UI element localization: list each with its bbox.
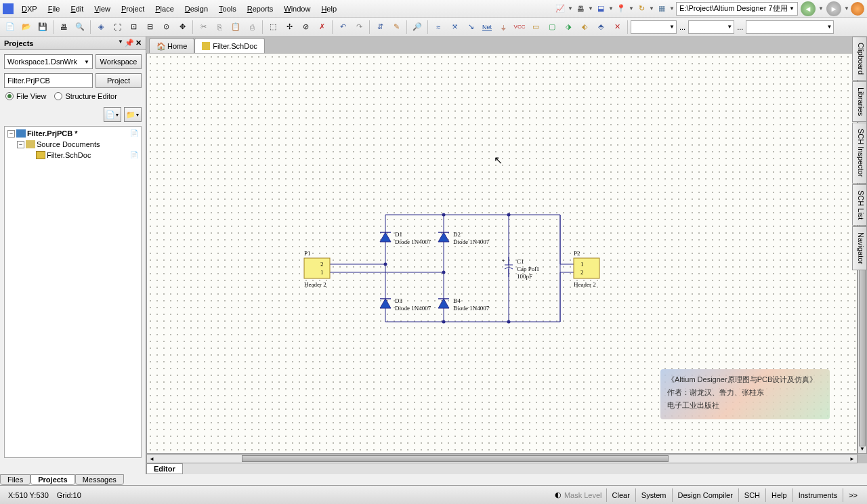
- radio-file-view[interactable]: File View: [5, 92, 46, 100]
- jump2-combo[interactable]: ▼: [688, 20, 734, 34]
- tree-tool1-button[interactable]: 📄▼: [104, 107, 121, 122]
- nav-back-button[interactable]: ◄: [801, 1, 816, 16]
- menu-edit[interactable]: Edit: [65, 2, 89, 16]
- vtab-clipboard[interactable]: Clipboard: [852, 37, 867, 81]
- wire-icon[interactable]: ≈: [431, 20, 446, 35]
- part-icon[interactable]: ▭: [528, 20, 543, 35]
- sheet-icon[interactable]: ▢: [545, 20, 559, 35]
- zoom-fit-icon[interactable]: ⛶: [110, 20, 125, 35]
- deselect-icon[interactable]: ⊘: [298, 20, 313, 35]
- chart-icon[interactable]: 📈: [554, 3, 566, 15]
- menu-file[interactable]: File: [43, 2, 66, 16]
- stamp-icon[interactable]: ⎙: [245, 20, 259, 35]
- home-button[interactable]: [851, 2, 864, 16]
- tab-filter-schdoc[interactable]: Filter.SchDoc: [194, 38, 264, 53]
- tree-project-node[interactable]: − Filter.PrjPCB * 📄: [6, 128, 140, 139]
- sb-system[interactable]: System: [635, 488, 672, 502]
- sb-instruments[interactable]: Instruments: [792, 488, 843, 502]
- print-icon[interactable]: 🖶: [574, 3, 587, 15]
- vcc-icon[interactable]: VCC: [512, 20, 527, 35]
- preview-icon[interactable]: 🔍: [72, 20, 87, 35]
- find-icon[interactable]: 🔎: [410, 20, 425, 35]
- paste-icon[interactable]: 📋: [228, 20, 243, 35]
- align-icon[interactable]: ⬓: [595, 3, 607, 15]
- tab-projects[interactable]: Projects: [30, 474, 75, 485]
- move-icon[interactable]: ✢: [282, 20, 297, 35]
- tab-files[interactable]: Files: [0, 474, 30, 485]
- zoom-area-icon[interactable]: ⊡: [126, 20, 141, 35]
- clear-icon[interactable]: ✗: [314, 20, 329, 35]
- clear-button[interactable]: Clear: [606, 488, 635, 502]
- vtab-sch-list[interactable]: SCH List: [852, 184, 867, 226]
- menu-tools[interactable]: Tools: [213, 2, 242, 16]
- sb-help[interactable]: Help: [765, 488, 792, 502]
- workspace-button[interactable]: Workspace: [96, 54, 142, 69]
- nav-forward-button[interactable]: ►: [826, 1, 841, 16]
- menu-view[interactable]: View: [89, 2, 116, 16]
- hscroll-thumb[interactable]: [242, 455, 669, 462]
- menu-design[interactable]: Design: [179, 2, 213, 16]
- tab-messages[interactable]: Messages: [75, 474, 124, 485]
- jump3-combo[interactable]: ▼: [746, 20, 834, 34]
- jump-combo[interactable]: ▼: [631, 20, 677, 34]
- redo-icon[interactable]: ↷: [352, 20, 366, 35]
- menu-window[interactable]: Window: [278, 2, 316, 16]
- collapse-icon[interactable]: −: [7, 130, 15, 138]
- vtab-sch-inspector[interactable]: SCH Inspector: [852, 123, 867, 184]
- menu-help[interactable]: Help: [316, 2, 342, 16]
- tab-editor[interactable]: Editor: [146, 463, 183, 474]
- menu-project[interactable]: Project: [116, 2, 150, 16]
- print2-icon[interactable]: 🖶: [56, 20, 71, 35]
- menu-place[interactable]: Place: [150, 2, 179, 16]
- bus-icon[interactable]: ⤧: [447, 20, 462, 35]
- zoom-point-icon[interactable]: ⊙: [158, 20, 173, 35]
- pan-icon[interactable]: ✥: [175, 20, 190, 35]
- netlabel-icon[interactable]: Net: [480, 20, 494, 35]
- tree-doc-node[interactable]: Filter.SchDoc 📄: [6, 150, 140, 161]
- sb-more[interactable]: >>: [843, 488, 863, 502]
- copy-icon[interactable]: ⎘: [212, 20, 227, 35]
- project-field[interactable]: Filter.PrjPCB: [4, 73, 93, 88]
- path-field[interactable]: E:\Project\Altium Designer 7使用▼: [676, 2, 798, 16]
- gnd-icon[interactable]: ⏚: [496, 20, 511, 35]
- zoom-sel-icon[interactable]: ⊟: [142, 20, 157, 35]
- edit-icon[interactable]: ✎: [389, 20, 404, 35]
- grid-icon[interactable]: ▦: [656, 3, 668, 15]
- noERC-icon[interactable]: ✕: [610, 20, 625, 35]
- busentry-icon[interactable]: ↘: [463, 20, 478, 35]
- port-icon[interactable]: ⬖: [577, 20, 592, 35]
- horizontal-scrollbar[interactable]: ◄ ►: [146, 454, 858, 463]
- project-tree[interactable]: − Filter.PrjPCB * 📄 − Source Documents F…: [4, 126, 142, 458]
- tree-folder-node[interactable]: − Source Documents: [6, 139, 140, 150]
- workspace-combo[interactable]: Workspace1.DsnWrk▼: [4, 54, 93, 69]
- open-icon[interactable]: 📂: [19, 20, 34, 35]
- undo-icon[interactable]: ↶: [335, 20, 350, 35]
- new-icon[interactable]: 📄: [3, 20, 18, 35]
- panel-close-icon[interactable]: ✕: [135, 39, 142, 47]
- cut-icon[interactable]: ✂: [196, 20, 211, 35]
- sheetentry-icon[interactable]: ⬗: [561, 20, 576, 35]
- mask-level-label[interactable]: Mask Level: [564, 491, 602, 499]
- select-rect-icon[interactable]: ⬚: [266, 20, 280, 35]
- hierarchy-icon[interactable]: ⇵: [373, 20, 387, 35]
- tree-tool2-button[interactable]: 📁▼: [124, 107, 142, 122]
- vtab-libraries[interactable]: Libraries: [852, 81, 867, 122]
- menu-dxp[interactable]: DXP: [16, 2, 43, 16]
- sb-sch[interactable]: SCH: [738, 488, 765, 502]
- sb-design-compiler[interactable]: Design Compiler: [672, 488, 738, 502]
- menu-reports[interactable]: Reports: [242, 2, 279, 16]
- panel-menu-icon[interactable]: ▼: [118, 39, 123, 47]
- tab-home[interactable]: 🏠 Home: [149, 38, 194, 53]
- project-button[interactable]: Project: [96, 73, 142, 88]
- pin-icon[interactable]: 📍: [615, 3, 627, 15]
- save-icon[interactable]: 💾: [35, 20, 50, 35]
- refresh-icon[interactable]: ↻: [635, 3, 648, 15]
- harness-icon[interactable]: ⬘: [593, 20, 608, 35]
- radio-structure-editor[interactable]: Structure Editor: [54, 92, 117, 100]
- vtab-navigator[interactable]: Navigator: [852, 226, 867, 270]
- collapse-icon-2[interactable]: −: [17, 141, 24, 148]
- scroll-left-icon[interactable]: ◄: [147, 455, 156, 463]
- layers-icon[interactable]: ◈: [93, 20, 108, 35]
- schematic-canvas[interactable]: 2 1 P1 Header 2 1 2 P2 Header 2 D1 Diode…: [147, 54, 857, 453]
- panel-pin-icon[interactable]: 📌: [125, 39, 134, 47]
